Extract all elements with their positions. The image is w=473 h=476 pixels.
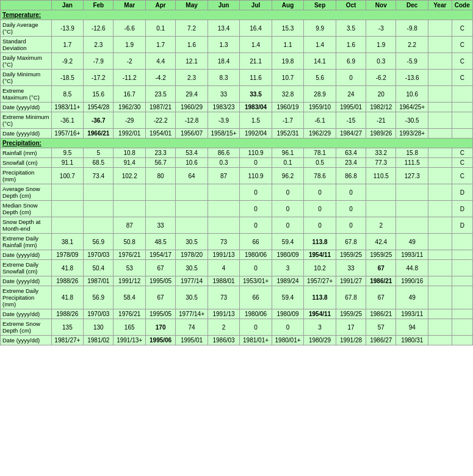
table-cell: 66 xyxy=(240,234,272,250)
table-row: Daily Average (°C)-13.9-12.6-6.60.17.213… xyxy=(1,20,473,37)
table-cell xyxy=(396,184,428,201)
header-jan: Jan xyxy=(51,1,84,10)
table-cell: 33 xyxy=(336,260,366,276)
table-cell: 2 xyxy=(208,319,240,336)
header-feb: Feb xyxy=(84,1,114,10)
table-cell: 3.5 xyxy=(336,20,366,37)
table-cell: 1983/11+ xyxy=(51,103,84,112)
table-cell: 1991/13+ xyxy=(114,336,146,345)
table-cell: 0 xyxy=(272,201,304,217)
table-cell: 63.4 xyxy=(336,148,366,158)
table-cell xyxy=(428,148,452,158)
table-cell: 58.4 xyxy=(114,286,146,309)
table-cell xyxy=(208,201,240,217)
table-cell: 10.6 xyxy=(176,158,208,168)
table-cell: 1959/25 xyxy=(336,250,366,260)
table-cell: 102.2 xyxy=(114,168,146,184)
climate-table: Jan Feb Mar Apr May Jun Jul Aug Sep Oct … xyxy=(0,0,473,345)
table-cell: 30.5 xyxy=(176,260,208,276)
table-cell: C xyxy=(452,158,472,168)
table-row: Extreme Snow Depth (cm)13513016517074200… xyxy=(1,319,473,336)
table-cell xyxy=(428,260,452,276)
table-cell: 33 xyxy=(208,86,240,103)
table-cell: 110.9 xyxy=(240,148,272,158)
table-cell: 1.5 xyxy=(240,112,272,129)
table-cell: 1.3 xyxy=(208,37,240,53)
table-cell xyxy=(452,234,472,250)
table-cell: C xyxy=(452,37,472,53)
table-cell xyxy=(428,201,452,217)
table-row: Precipitation (mm)100.773.4102.280648711… xyxy=(1,168,473,184)
table-cell: 111.5 xyxy=(396,158,428,168)
table-cell xyxy=(452,319,472,336)
table-cell: 1989/24 xyxy=(272,276,304,286)
table-cell: 0 xyxy=(240,319,272,336)
table-cell xyxy=(51,201,84,217)
table-cell: -13.6 xyxy=(396,70,428,86)
table-cell: 14.1 xyxy=(304,53,336,70)
row-label: Date (yyyy/dd) xyxy=(1,309,52,319)
table-cell: 66 xyxy=(240,286,272,309)
table-cell: -5.9 xyxy=(396,53,428,70)
table-cell: 1990/16 xyxy=(396,276,428,286)
table-cell: 73 xyxy=(208,234,240,250)
table-cell: 0 xyxy=(304,201,336,217)
table-cell: -18.5 xyxy=(51,70,84,86)
table-cell xyxy=(176,184,208,201)
table-cell: 30.5 xyxy=(176,234,208,250)
table-row: Rainfall (mm)9.5510.823.353.486.6110.996… xyxy=(1,148,473,158)
table-cell xyxy=(452,286,472,309)
table-cell: 4.4 xyxy=(145,53,175,70)
header-sep: Sep xyxy=(304,1,336,10)
table-cell: 1970/03 xyxy=(84,309,114,319)
row-label: Extreme Daily Snowfall (cm) xyxy=(1,260,52,276)
table-cell: -6.2 xyxy=(366,70,396,86)
table-cell: 1978/20 xyxy=(176,250,208,260)
table-cell: 2.3 xyxy=(84,37,114,53)
table-cell: 1957/16+ xyxy=(51,129,84,139)
table-cell: 10.8 xyxy=(114,148,146,158)
table-cell: 1.4 xyxy=(304,37,336,53)
table-cell: 1980/01+ xyxy=(272,336,304,345)
table-row: Snow Depth at Month-end873300002D xyxy=(1,217,473,234)
table-cell: 1.6 xyxy=(336,37,366,53)
table-cell: 74 xyxy=(176,319,208,336)
table-cell: 3 xyxy=(304,319,336,336)
table-cell: 1989/26 xyxy=(366,129,396,139)
row-label: Extreme Minimum (°C) xyxy=(1,112,52,129)
table-cell: 170 xyxy=(145,319,175,336)
table-cell xyxy=(366,201,396,217)
table-cell: 32.8 xyxy=(272,86,304,103)
table-cell: -22.2 xyxy=(145,112,175,129)
table-cell: 0 xyxy=(272,319,304,336)
table-row: Standard Deviation1.72.31.91.71.61.31.41… xyxy=(1,37,473,53)
table-cell: 8.3 xyxy=(208,70,240,86)
table-cell: 1.9 xyxy=(114,37,146,53)
table-cell: 9.9 xyxy=(304,20,336,37)
table-cell xyxy=(114,184,146,201)
table-cell: 0 xyxy=(336,217,366,234)
table-cell: C xyxy=(452,168,472,184)
table-cell: 1958/15+ xyxy=(208,129,240,139)
table-cell: 1960/19 xyxy=(272,103,304,112)
table-cell: 0 xyxy=(272,217,304,234)
header-mar: Mar xyxy=(114,1,146,10)
table-cell: -36.7 xyxy=(84,112,114,129)
table-cell: 56.9 xyxy=(84,234,114,250)
table-cell: 29.4 xyxy=(176,86,208,103)
table-cell: 86.8 xyxy=(336,168,366,184)
table-cell: 0 xyxy=(336,201,366,217)
table-cell: 50.4 xyxy=(84,260,114,276)
table-cell: 87 xyxy=(114,217,146,234)
table-cell: -9.2 xyxy=(51,53,84,70)
table-cell: 86.6 xyxy=(208,148,240,158)
table-cell: 1957/27+ xyxy=(304,276,336,286)
table-cell: C xyxy=(452,20,472,37)
table-cell: 1980/09 xyxy=(272,309,304,319)
table-cell xyxy=(428,70,452,86)
table-cell: 21.1 xyxy=(240,53,272,70)
table-cell: 1.1 xyxy=(272,37,304,53)
table-cell: -2 xyxy=(114,53,146,70)
section-header-1: Precipitation: xyxy=(1,139,473,148)
table-cell: 1988/26 xyxy=(51,276,84,286)
